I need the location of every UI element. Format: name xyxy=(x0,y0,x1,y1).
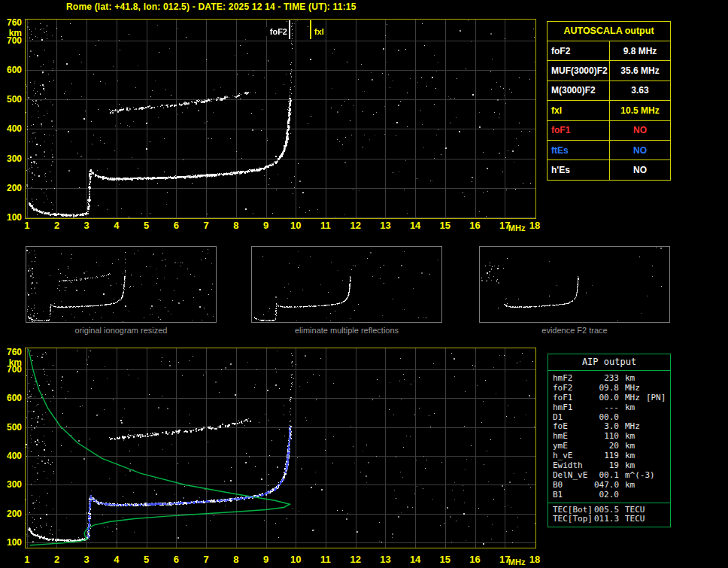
ionogram-bottom-plot-with-profile xyxy=(25,348,536,548)
aip-param-value: 00.1 xyxy=(594,471,619,481)
aip-param-unit: m^(-3) xyxy=(619,471,655,481)
aip-param-unit: km xyxy=(619,374,635,384)
aip-param-label: foF2 xyxy=(553,384,594,393)
aip-param-unit: MHz xyxy=(619,384,640,393)
aip-param-note xyxy=(635,451,641,461)
autoscala-param-value: NO xyxy=(610,160,670,179)
aip-param-value: 00.0 xyxy=(594,393,619,403)
aip-table-rows: hmF2233kmfoF209.8MHzfoF100.0MHz[PN]hmF1-… xyxy=(548,371,670,503)
bottom-x-tick-3: 3 xyxy=(84,554,89,565)
aip-param-label: TEC[Top] xyxy=(553,515,594,524)
top-x-axis-unit-label: MHz xyxy=(508,223,526,232)
top-y-tick-500: 500 xyxy=(1,94,22,105)
autoscala-row-M(3000)F2: M(3000)F23.63 xyxy=(548,81,670,101)
bottom-x-tick-8: 8 xyxy=(233,554,238,565)
aip-param-label: foF1 xyxy=(553,393,594,403)
bottom-x-tick-13: 13 xyxy=(380,554,390,565)
aip-param-value: --- xyxy=(594,403,619,413)
autoscala-param-value: 10.5 MHz xyxy=(610,101,670,120)
aip-row-hmF2: hmF2233km xyxy=(553,374,670,384)
aip-row-foF2: foF209.8MHz xyxy=(553,384,670,393)
aip-row-TEC[Top]: TEC[Top]011.3TECU xyxy=(553,515,670,524)
aip-row-B1: B102.0 xyxy=(553,491,670,500)
autoscala-row-foF2: foF29.8 MHz xyxy=(548,41,670,61)
bottom-x-tick-12: 12 xyxy=(350,554,360,565)
aip-param-note xyxy=(635,442,641,451)
autoscala-row-fxI: fxI10.5 MHz xyxy=(548,101,670,120)
top-x-tick-9: 9 xyxy=(263,220,268,231)
top-y-tick-100: 100 xyxy=(1,212,22,223)
aip-param-unit: km xyxy=(619,403,635,413)
top-y-tick-760: 760 xyxy=(1,17,22,28)
top-x-tick-12: 12 xyxy=(350,220,360,231)
bottom-y-axis-unit-label: km xyxy=(1,357,22,368)
thumbnail-caption-3: evidence F2 trace xyxy=(479,326,670,335)
bottom-x-tick-7: 7 xyxy=(203,554,208,565)
bottom-x-axis-unit-label: MHz xyxy=(508,557,526,566)
aip-param-value: 09.8 xyxy=(594,384,619,393)
autoscala-param-label: M(3000)F2 xyxy=(548,81,610,100)
autoscala-param-label: foF2 xyxy=(548,41,610,60)
top-x-tick-4: 4 xyxy=(114,220,119,231)
aip-param-label: B0 xyxy=(553,481,594,491)
bottom-y-tick-760: 760 xyxy=(1,347,22,357)
autoscala-param-label: MUF(3000)F2 xyxy=(548,61,610,80)
aip-row-hmF1: hmF1---km xyxy=(553,403,670,413)
aip-param-unit xyxy=(619,491,625,500)
bottom-y-tick-300: 300 xyxy=(1,479,22,490)
aip-param-value: 047.0 xyxy=(594,481,619,491)
aip-param-note xyxy=(635,374,641,384)
page-title: Rome (lat: +41.8, lon: 012.5) - DATE: 20… xyxy=(66,2,356,12)
bottom-x-tick-16: 16 xyxy=(469,554,480,565)
aip-row-B0: B0047.0km xyxy=(553,481,670,491)
aip-param-label: B1 xyxy=(553,491,594,500)
aip-param-unit: TECU xyxy=(619,515,645,524)
aip-param-note xyxy=(635,432,641,442)
aip-param-note xyxy=(635,403,641,413)
aip-param-unit: km xyxy=(619,481,635,491)
thumbnail-caption-2: eliminate multiple reflections xyxy=(251,326,442,335)
bottom-x-tick-1: 1 xyxy=(24,554,29,565)
aip-param-note xyxy=(635,481,641,491)
autoscala-param-value: NO xyxy=(610,141,670,159)
aip-table-title: AIP output xyxy=(548,354,670,371)
autoscala-param-value: 35.6 MHz xyxy=(610,61,670,80)
top-x-tick-10: 10 xyxy=(290,220,301,231)
aip-param-label: DelN_vE xyxy=(553,471,594,481)
top-x-tick-8: 8 xyxy=(233,220,238,231)
aip-param-label: hmF2 xyxy=(553,374,594,384)
bottom-x-tick-15: 15 xyxy=(440,554,450,565)
autoscala-param-label: h'Es xyxy=(548,160,610,179)
top-x-tick-5: 5 xyxy=(144,220,149,231)
autoscala-screen: Rome (lat: +41.8, lon: 012.5) - DATE: 20… xyxy=(0,0,728,568)
aip-param-note xyxy=(655,471,661,481)
bottom-x-tick-14: 14 xyxy=(410,554,420,565)
bottom-y-tick-200: 200 xyxy=(1,509,22,519)
ionogram-top-plot xyxy=(25,19,536,219)
bottom-x-tick-4: 4 xyxy=(114,554,119,565)
aip-param-unit: MHz xyxy=(619,393,640,403)
top-x-tick-6: 6 xyxy=(174,220,179,231)
autoscala-param-value: NO xyxy=(610,121,670,140)
top-x-tick-1: 1 xyxy=(24,220,29,231)
fof2-marker-line xyxy=(289,20,290,39)
aip-param-unit xyxy=(619,413,625,423)
aip-param-value: 19 xyxy=(594,461,619,471)
autoscala-param-value: 9.8 MHz xyxy=(610,41,670,60)
aip-param-unit: km xyxy=(619,461,635,471)
bottom-x-tick-18: 18 xyxy=(529,554,540,565)
top-x-tick-11: 11 xyxy=(320,220,331,231)
bottom-y-tick-400: 400 xyxy=(1,451,22,461)
aip-param-value: 011.3 xyxy=(594,515,619,524)
top-y-tick-300: 300 xyxy=(1,153,22,164)
aip-param-note xyxy=(625,491,631,500)
fxi-marker-line xyxy=(310,20,311,39)
aip-param-note xyxy=(645,506,651,515)
aip-param-note xyxy=(645,515,651,524)
aip-param-note xyxy=(640,384,646,393)
bottom-x-tick-9: 9 xyxy=(263,554,268,565)
bottom-y-tick-100: 100 xyxy=(1,537,22,548)
autoscala-row-foF1: foF1NO xyxy=(548,121,670,141)
autoscala-table-title: AUTOSCALA output xyxy=(548,22,670,41)
aip-param-value: 233 xyxy=(594,374,619,384)
